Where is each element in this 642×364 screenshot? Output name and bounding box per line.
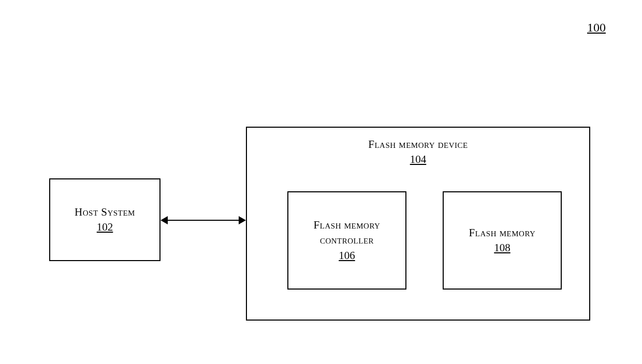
controller-title: Flash memory controller: [288, 218, 405, 248]
flash-memory-controller-box: Flash memory controller 106: [287, 191, 406, 290]
memory-label-block: Flash memory 108: [469, 225, 536, 256]
controller-ref: 106: [288, 248, 405, 263]
host-system-label-block: Host System 102: [75, 205, 135, 235]
flash-memory-box: Flash memory 108: [443, 191, 562, 290]
device-label-block: Flash memory device 104: [247, 137, 589, 168]
controller-label-block: Flash memory controller 106: [288, 218, 405, 263]
host-system-box: Host System 102: [49, 178, 160, 261]
bidirectional-arrow-icon: [160, 216, 246, 224]
memory-ref: 108: [469, 240, 536, 255]
memory-title: Flash memory: [469, 225, 536, 240]
arrow-line: [166, 220, 241, 221]
host-system-title: Host System: [75, 205, 135, 220]
host-system-ref: 102: [75, 220, 135, 235]
device-title: Flash memory device: [247, 137, 589, 152]
diagram-canvas: 100 Host System 102 Flash memory device …: [0, 0, 642, 364]
arrow-head-right-icon: [239, 216, 246, 224]
device-ref: 104: [247, 152, 589, 167]
figure-number-label: 100: [587, 21, 606, 35]
